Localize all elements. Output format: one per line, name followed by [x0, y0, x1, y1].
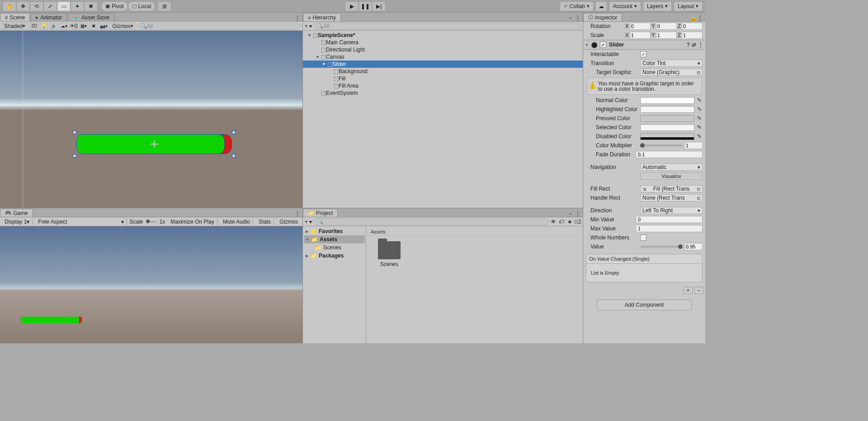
rot-y[interactable]: Y [651, 23, 677, 30]
assets-row[interactable]: ▼📁 Assets [304, 235, 365, 243]
mute-toggle[interactable]: Mute Audio [220, 218, 253, 225]
lock-icon[interactable]: 🔓 [690, 15, 696, 21]
fillrect-field[interactable]: ⇲Fill (Rect Trans⊙ [640, 185, 703, 192]
panel-menu-icon[interactable]: ⋮ [575, 15, 581, 21]
direction-dropdown[interactable]: Left To Right▾ [640, 207, 703, 214]
asset-folder[interactable]: Scenes [373, 241, 405, 267]
minvalue-field[interactable] [636, 216, 703, 223]
tab-hierarchy[interactable]: ≡ Hierarchy [303, 13, 341, 21]
gizmos-dropdown[interactable]: Gizmos ▾ [109, 23, 137, 30]
eyedropper-icon[interactable]: ✎ [696, 133, 703, 140]
maximize-toggle[interactable]: Maximize On Play [168, 218, 217, 225]
tab-project[interactable]: 📁 Project [303, 209, 338, 217]
pivot-toggle[interactable]: ▣Pivot [101, 1, 128, 11]
scl-y[interactable]: Y [651, 32, 677, 39]
panel-resize-icon[interactable]: ▫ [567, 210, 574, 217]
game-gizmos-dropdown[interactable]: Gizmos [277, 218, 301, 225]
cloud-button[interactable]: ☁ [595, 1, 607, 11]
preset-icon[interactable]: ⇄ [692, 42, 696, 48]
display-dropdown[interactable]: Display 1 ▾ [2, 218, 33, 225]
scene-search[interactable]: 🔍 All [137, 23, 302, 30]
add-component-button[interactable]: Add Component [597, 299, 692, 310]
eyedropper-icon[interactable]: ✎ [696, 124, 703, 131]
transition-dropdown[interactable]: Color Tint▾ [640, 60, 703, 67]
filter-icon[interactable]: 👁 [550, 219, 557, 225]
move-tool[interactable]: ✥ [16, 1, 30, 11]
selected-color-swatch[interactable] [640, 124, 694, 131]
tab-assetstore[interactable]: 🏪 Asset Store [68, 13, 114, 21]
wholenumbers-check[interactable] [640, 234, 646, 241]
eyedropper-icon[interactable]: ✎ [696, 97, 703, 103]
navigation-dropdown[interactable]: Automatic▾ [640, 164, 703, 171]
eyedropper-icon[interactable]: ✎ [696, 115, 703, 122]
create-button[interactable]: + ▾ [305, 23, 312, 29]
tree-row-selected[interactable]: ▼⬚ Slider [303, 61, 583, 68]
disabled-color-swatch[interactable] [640, 133, 694, 140]
tree-row[interactable]: ⬚ Fill [303, 75, 583, 82]
aspect-dropdown[interactable]: Free Aspect ▾ [35, 218, 127, 225]
snap-button[interactable]: ⊞ [158, 1, 171, 11]
rot-z[interactable]: Z [678, 23, 703, 30]
scale-tool[interactable]: ⤢ [43, 1, 57, 11]
value-slider[interactable] [640, 243, 703, 250]
rot-x[interactable]: X [625, 23, 651, 30]
scale-slider[interactable] [146, 221, 157, 223]
fav-icon[interactable]: ★ [566, 219, 573, 225]
panel-resize-icon[interactable]: ▫ [567, 15, 574, 21]
tab-inspector[interactable]: ⓘ Inspector [583, 13, 622, 21]
step-button[interactable]: ▶| [372, 1, 386, 11]
panel-menu-icon[interactable]: ⋮ [575, 210, 581, 217]
pressed-color-swatch[interactable] [640, 115, 694, 122]
label-icon[interactable]: 🏷 [558, 219, 565, 225]
twoD-toggle[interactable]: 2D [29, 23, 38, 30]
rect-tool[interactable]: ▭ [57, 1, 71, 11]
maxvalue-field[interactable] [636, 225, 703, 232]
tree-row[interactable]: ⬚ Fill Area [303, 82, 583, 89]
grid-icon[interactable]: ▦▾ [79, 23, 88, 30]
color-multiplier-slider[interactable] [640, 142, 703, 149]
panel-menu-icon[interactable]: ⋮ [294, 210, 301, 217]
light-icon[interactable]: 💡 [39, 23, 48, 30]
tree-row[interactable]: ▼⬚ Canvas [303, 53, 583, 61]
tree-row[interactable]: ⬚ Background [303, 68, 583, 75]
interactable-check[interactable] [640, 51, 646, 57]
help-icon[interactable]: ? [687, 42, 690, 48]
normal-color-swatch[interactable] [640, 97, 694, 104]
stats-toggle[interactable]: Stats [256, 218, 274, 225]
enable-checkbox[interactable] [600, 42, 606, 48]
hand-tool[interactable]: ✋ [3, 1, 16, 11]
packages-row[interactable]: ▶📁 Packages [304, 252, 365, 260]
add-event-button[interactable]: + [684, 287, 693, 294]
scene-row[interactable]: ▼ ⬚ SampleScene* [303, 32, 583, 39]
scene-viewport[interactable] [0, 31, 302, 208]
menu-icon[interactable]: ⋮ [698, 42, 703, 48]
collab-dropdown[interactable]: ✓Collab▾ [560, 1, 594, 11]
transform-tool[interactable]: ✦ [71, 1, 84, 11]
tree-row[interactable]: ⬚ Directional Light [303, 46, 583, 53]
local-toggle[interactable]: ▢Local [128, 1, 156, 11]
scenes-row[interactable]: 📁 Scenes [304, 243, 365, 252]
layers-dropdown[interactable]: Layers ▾ [643, 1, 672, 11]
hidden-count[interactable]: 👁0 [69, 23, 78, 30]
fx-icon[interactable]: ☁▾ [59, 23, 68, 30]
highlight-color-swatch[interactable] [640, 106, 694, 113]
slider-gizmo[interactable] [75, 132, 234, 156]
tab-scene[interactable]: # Scene [0, 13, 30, 21]
tools-icon[interactable]: ✖ [89, 23, 98, 30]
custom-tool[interactable]: ✖ [84, 1, 98, 11]
panel-menu-icon[interactable]: ⋮ [697, 15, 703, 21]
account-dropdown[interactable]: Account ▾ [609, 1, 641, 11]
tab-animator[interactable]: ▸ Animator [31, 13, 67, 21]
remove-event-button[interactable]: − [694, 287, 703, 294]
slider-component-header[interactable]: ▼ ⬤ Slider ?⇄⋮ [583, 40, 705, 50]
audio-icon[interactable]: 🔊 [49, 23, 58, 30]
fade-duration-field[interactable] [636, 151, 703, 158]
panel-menu-icon[interactable]: ⋮ [294, 15, 301, 21]
camera-icon[interactable]: 📷▾ [99, 23, 108, 30]
hierarchy-search[interactable]: 🔍 All [314, 23, 581, 30]
handlerect-field[interactable]: None (Rect Trans⊙ [640, 194, 703, 201]
project-create[interactable]: + ▾ [305, 219, 312, 225]
shading-dropdown[interactable]: Shaded ▾ [1, 23, 28, 30]
hidden-icon[interactable]: 👁⃠2 [575, 219, 581, 225]
eyedropper-icon[interactable]: ✎ [696, 106, 703, 112]
